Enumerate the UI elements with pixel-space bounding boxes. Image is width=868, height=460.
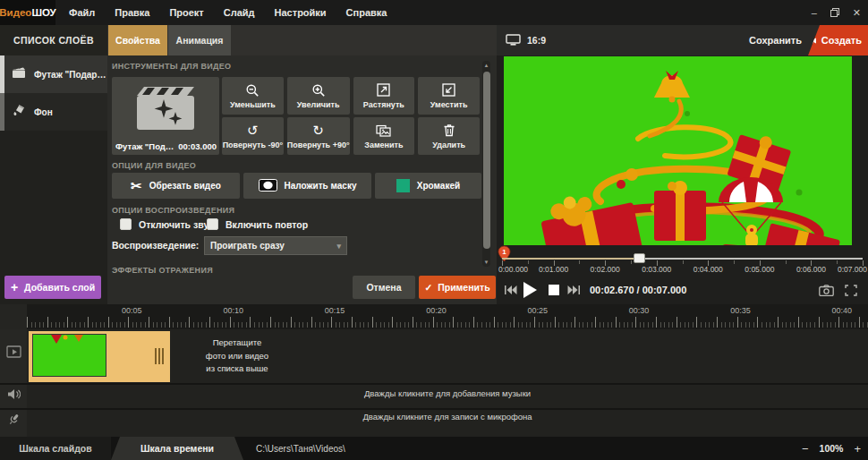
videoshow-app: ВидеоШОУ ФайлПравкаПроектСлайдНастройкиС… (0, 0, 868, 460)
crop-video-button[interactable]: ✂ Обрезать видео (112, 173, 240, 199)
preview-time-label: 0:07.000 (838, 265, 867, 274)
preview-time-label: 0:00.000 (498, 265, 528, 274)
minimize-icon[interactable]: – (812, 8, 817, 18)
tool-button-label: Уменьшить (230, 100, 276, 109)
tab-slides-scale[interactable]: Шкала слайдов (0, 437, 111, 460)
chroma-key-button[interactable]: Хромакей (375, 173, 481, 199)
menu-item-5[interactable]: Справка (336, 7, 397, 18)
slides-track-icon (0, 345, 27, 359)
snapshot-camera-icon[interactable] (819, 276, 834, 304)
green-screen-scene (504, 56, 852, 245)
preview-time-label: 0:01.000 (539, 265, 568, 274)
menu-item-2[interactable]: Проект (159, 7, 213, 18)
video-preview[interactable] (504, 56, 852, 245)
checkbox-icon (120, 218, 132, 230)
ruler-label: 00:05 (122, 306, 142, 315)
tool-button-label: Повернуть -90° (223, 141, 283, 149)
monitor-icon (506, 34, 521, 47)
speaker-icon (0, 388, 27, 400)
fit-icon (442, 82, 455, 98)
create-button[interactable]: Создать (808, 25, 868, 55)
track-divider (0, 408, 868, 410)
drop-hint-line: фото или видео (179, 350, 295, 363)
add-layer-button[interactable]: + Добавить слой (4, 276, 101, 299)
rotate-ccw-icon: ↺ (247, 123, 259, 138)
apply-mask-button[interactable]: Наложить маску (243, 173, 371, 199)
thumbnail-duration: 00:03.000 (178, 141, 217, 151)
properties-panel: ИНСТРУМЕНТЫ ДЛЯ ВИДЕО Футаж "Подарк... 0… (107, 55, 497, 304)
trash-icon (443, 123, 455, 138)
aspect-ratio-control[interactable]: 16:9 (506, 25, 546, 55)
menu-item-0[interactable]: Файл (59, 7, 105, 18)
tool-button-rotate-ccw[interactable]: ↺Повернуть -90° (222, 117, 284, 155)
loop-checkbox[interactable]: Включить повтор (207, 218, 308, 230)
scissors-icon: ✂ (131, 179, 142, 192)
zoom-in-button[interactable]: + (854, 443, 861, 455)
zoom-in-icon (311, 82, 326, 98)
scroll-up-icon[interactable]: ▲ (482, 63, 490, 68)
menu-item-1[interactable]: Правка (105, 7, 159, 18)
drop-hint: Перетащите фото или видео из списка выше (179, 336, 295, 376)
clip-trim-handle[interactable] (155, 348, 164, 364)
playback-mode-select[interactable]: Проиграть сразу ▾ (204, 236, 347, 255)
next-frame-button[interactable] (567, 276, 581, 304)
tool-button-zoom-in[interactable]: Увеличить (287, 77, 350, 115)
mute-checkbox-label: Отключить звук (139, 219, 214, 230)
slider-handle[interactable] (634, 253, 645, 263)
menu-bar: ФайлПравкаПроектСлайдНастройкиСправка (59, 0, 396, 25)
aspect-ratio-value: 16:9 (527, 35, 546, 46)
mute-checkbox[interactable]: Отключить звук (120, 218, 214, 230)
tab-properties[interactable]: Свойства (108, 25, 167, 55)
restore-icon[interactable] (830, 8, 839, 17)
tab-animation[interactable]: Анимация (168, 25, 231, 55)
previous-frame-button[interactable] (504, 276, 517, 304)
tool-button-trash[interactable]: Удалить (418, 117, 480, 155)
scroll-down-icon[interactable]: ▼ (482, 260, 490, 265)
cancel-button[interactable]: Отмена (353, 276, 415, 299)
mic-track-hint[interactable]: Дважды кликните для записи с микрофона (27, 412, 868, 422)
timeline-tracks: Перетащите фото или видео из списка выше… (0, 329, 868, 437)
tab-time-scale[interactable]: Шкала времени (111, 437, 243, 460)
fullscreen-icon[interactable] (845, 276, 857, 304)
preview-panel: 1 0:00.0000:01.0000:02.0000:03.0000:04.0… (497, 55, 868, 304)
tool-grid: УменьшитьУвеличитьРастянутьУместить↺Пове… (222, 77, 480, 155)
playback-mode-label: Воспроизведение: (112, 240, 199, 251)
close-icon[interactable]: ✕ (853, 8, 861, 18)
check-icon: ✓ (424, 282, 432, 293)
project-path: C:\Users\Таня\Videos\ (256, 437, 345, 460)
stop-button[interactable] (549, 276, 559, 304)
tool-button-fit[interactable]: Уместить (418, 77, 480, 115)
properties-scrollbar[interactable]: ▲ ▼ (482, 61, 490, 267)
layer-label: Футаж "Подарки п... (34, 70, 107, 80)
scrollbar-thumb[interactable] (483, 72, 490, 249)
tool-button-stretch[interactable]: Растянуть (353, 77, 415, 115)
layer-label: Фон (34, 107, 53, 117)
preview-time-labels: 0:00.0000:01.0000:02.0000:03.0000:04.000… (497, 265, 868, 276)
apply-button-label: Применить (438, 282, 489, 293)
drop-hint-line: из списка выше (179, 362, 295, 376)
apply-button[interactable]: ✓ Применить (419, 276, 496, 299)
music-track-hint[interactable]: Дважды кликните для добавления музыки (27, 388, 868, 398)
zoom-out-button[interactable]: − (802, 443, 809, 455)
video-thumbnail-tile[interactable]: Футаж "Подарк... 00:03.000 (112, 77, 219, 155)
save-button[interactable]: Сохранить (749, 25, 802, 55)
tool-button-replace[interactable]: Заменить (353, 117, 415, 155)
stop-icon (549, 285, 559, 295)
tool-button-rotate-cw[interactable]: ↻Повернуть +90° (287, 117, 350, 155)
layer-selected-indicator (0, 55, 4, 93)
layer-item-background[interactable]: Фон (0, 93, 107, 131)
timeline-clip[interactable] (29, 331, 170, 382)
menu-item-3[interactable]: Слайд (214, 7, 265, 18)
preview-time-label: 0:04.000 (694, 265, 723, 274)
title-bar: ВидеоШОУ ФайлПравкаПроектСлайдНастройкиС… (0, 0, 868, 25)
layer-item-footage[interactable]: Футаж "Подарки п... (0, 55, 107, 93)
preview-time-label: 0:02.000 (591, 265, 620, 274)
timeline-ruler[interactable]: 00:0500:1000:1500:2000:2500:3000:3500:40 (0, 304, 868, 329)
preview-time-label: 0:05.000 (745, 265, 774, 274)
drop-hint-line: Перетащите (179, 336, 295, 350)
play-button[interactable] (523, 276, 537, 304)
loop-checkbox-label: Включить повтор (226, 219, 308, 230)
menu-item-4[interactable]: Настройки (265, 7, 336, 18)
preview-time-label: 0:06.000 (796, 265, 826, 274)
tool-button-zoom-out[interactable]: Уменьшить (222, 77, 284, 115)
